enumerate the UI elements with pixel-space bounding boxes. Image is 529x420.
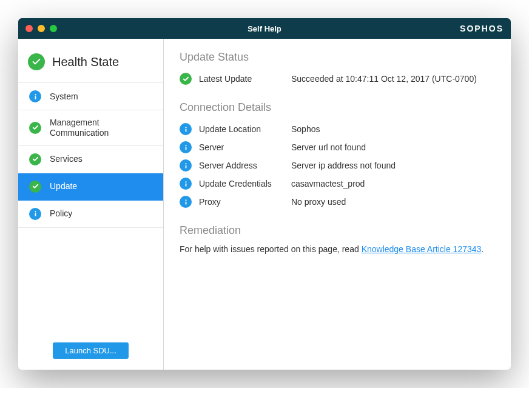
svg-point-4 — [185, 127, 186, 128]
row-label: Update Location — [199, 124, 284, 134]
update-status-section: Update Status Latest Update Succeeded at… — [180, 51, 495, 88]
info-icon — [180, 159, 192, 172]
detail-row: Server Address Server ip address not fou… — [180, 156, 495, 175]
check-icon — [29, 122, 41, 134]
row-label: Server — [199, 142, 284, 152]
check-icon — [180, 73, 192, 85]
row-value: casavmactest_prod — [291, 179, 495, 188]
section-title: Connection Details — [180, 101, 495, 114]
kb-article-link[interactable]: Knowledge Base Article 127343 — [362, 244, 482, 254]
row-label: Update Credentials — [199, 179, 284, 188]
sidebar-item-system[interactable]: System — [18, 83, 163, 110]
svg-rect-1 — [35, 96, 36, 99]
remediation-section: Remediation For help with issues reporte… — [180, 224, 495, 256]
svg-point-12 — [185, 199, 186, 201]
svg-rect-11 — [185, 183, 186, 186]
info-icon — [180, 141, 192, 153]
content-area: Update Status Latest Update Succeeded at… — [164, 39, 511, 370]
titlebar: Self Help SOPHOS — [18, 18, 511, 39]
info-icon — [29, 208, 41, 220]
health-state-header: Health State — [18, 48, 163, 82]
row-value: Server url not found — [291, 142, 495, 152]
sidebar-item-label: Update — [50, 181, 77, 192]
sidebar-item-policy[interactable]: Policy — [18, 201, 163, 228]
row-value: Server ip address not found — [291, 161, 495, 170]
row-label: Latest Update — [199, 74, 284, 84]
sidebar-footer: Launch SDU... — [18, 332, 163, 370]
svg-rect-5 — [185, 128, 186, 132]
check-icon — [28, 53, 45, 70]
remediation-text-before: For help with issues reported on this pa… — [180, 244, 362, 254]
svg-point-8 — [185, 163, 186, 164]
window-title: Self Help — [18, 24, 511, 33]
info-icon — [180, 196, 192, 208]
row-value: Sophos — [291, 124, 495, 134]
row-label: Server Address — [199, 161, 284, 170]
svg-point-10 — [185, 181, 186, 182]
row-label: Proxy — [199, 197, 284, 207]
svg-rect-9 — [185, 165, 186, 168]
sidebar-item-label: Policy — [50, 208, 72, 219]
detail-row: Update Credentials casavmactest_prod — [180, 175, 495, 193]
svg-rect-13 — [185, 201, 186, 204]
info-icon — [180, 178, 192, 190]
connection-details-section: Connection Details Update Location Sopho… — [180, 101, 495, 211]
health-state-label: Health State — [52, 55, 119, 69]
svg-rect-7 — [185, 147, 186, 150]
sidebar-item-label: System — [50, 92, 78, 102]
row-value: No proxy used — [291, 197, 495, 207]
check-icon — [29, 153, 41, 165]
section-title: Update Status — [180, 51, 495, 64]
svg-point-6 — [185, 145, 186, 146]
sidebar-item-update[interactable]: Update — [18, 173, 163, 201]
sidebar-item-label: Management Communication — [50, 118, 152, 138]
app-window: Self Help SOPHOS Health State System — [18, 18, 511, 370]
section-title: Remediation — [180, 224, 495, 237]
svg-point-0 — [35, 94, 36, 95]
sidebar-item-management-communication[interactable]: Management Communication — [18, 110, 163, 146]
remediation-text: For help with issues reported on this pa… — [180, 243, 495, 256]
sidebar: Health State System Management Communica… — [18, 39, 164, 370]
detail-row: Update Location Sophos — [180, 120, 495, 138]
info-icon — [29, 90, 41, 102]
row-value: Succeeded at 10:47:11 Oct 12, 2017 (UTC-… — [291, 74, 495, 84]
status-row: Latest Update Succeeded at 10:47:11 Oct … — [180, 70, 495, 88]
launch-sdu-button[interactable]: Launch SDU... — [53, 342, 129, 359]
info-icon — [180, 123, 192, 135]
detail-row: Server Server url not found — [180, 138, 495, 156]
sidebar-item-label: Services — [50, 154, 83, 164]
sidebar-nav: System Management Communication Services — [18, 82, 163, 228]
sidebar-item-services[interactable]: Services — [18, 146, 163, 173]
detail-row: Proxy No proxy used — [180, 193, 495, 211]
svg-rect-3 — [35, 213, 36, 216]
check-icon — [29, 181, 41, 193]
app-body: Health State System Management Communica… — [18, 39, 511, 370]
remediation-text-after: . — [481, 244, 484, 254]
svg-point-2 — [35, 211, 36, 212]
